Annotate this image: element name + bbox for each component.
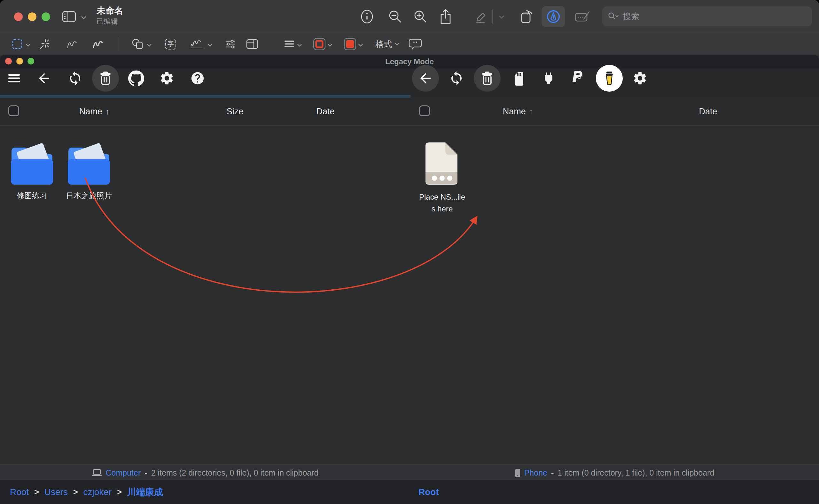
markup-pencil-button[interactable]: [473, 9, 487, 24]
plug-button[interactable]: [541, 71, 556, 86]
column-label: Name: [503, 107, 526, 117]
settings-button-left[interactable]: [159, 71, 174, 86]
breadcrumb-item-current[interactable]: Root: [418, 487, 439, 497]
draw-tool-button[interactable]: [92, 39, 103, 50]
breadcrumb-item[interactable]: Users: [44, 487, 68, 497]
chevron-down-icon: [395, 42, 400, 46]
column-header-name-right[interactable]: Name ↑: [503, 107, 533, 117]
column-header-size-left[interactable]: Size: [227, 107, 244, 117]
sd-card-icon: [510, 71, 525, 86]
minimize-button[interactable]: [28, 12, 36, 21]
document-title: 未命名: [96, 6, 123, 16]
status-left: Computer - 2 items (2 directories, 0 fil…: [0, 465, 410, 481]
breadcrumb-item[interactable]: Root: [10, 487, 29, 497]
breadcrumb-item-current[interactable]: 川端康成: [127, 486, 163, 498]
github-icon: [128, 70, 144, 86]
paypal-donate-button[interactable]: [572, 70, 586, 86]
signature-tool-button[interactable]: [190, 38, 203, 50]
sort-ascending-icon: ↑: [105, 107, 110, 116]
column-label: Date: [699, 107, 717, 117]
folder-item[interactable]: 日本之旅照片: [61, 142, 117, 202]
line-weight-chevron[interactable]: [297, 44, 302, 47]
info-button[interactable]: [360, 9, 374, 24]
adjust-tool-button[interactable]: [225, 38, 237, 50]
rotate-button[interactable]: [519, 9, 534, 25]
folder-name: 日本之旅照片: [61, 190, 117, 202]
column-header-date-right[interactable]: Date: [699, 107, 717, 117]
sketch-tool-button[interactable]: [66, 39, 78, 50]
selection-tool-button[interactable]: [12, 39, 23, 50]
fm-window-title: Legacy Mode: [0, 57, 819, 66]
back-button-left[interactable]: [36, 71, 52, 86]
column-label: Size: [227, 107, 244, 117]
fill-color-button[interactable]: [343, 37, 357, 51]
fill-color-chevron[interactable]: [358, 44, 363, 47]
annotation-comment-button[interactable]: [409, 38, 422, 50]
share-button[interactable]: [439, 9, 452, 25]
info-icon: [360, 9, 374, 24]
status-separator: -: [144, 468, 147, 477]
smart-lasso-button[interactable]: [38, 38, 50, 50]
menu-button[interactable]: [8, 73, 20, 83]
zoom-in-button[interactable]: [413, 10, 427, 24]
back-arrow-icon: [36, 71, 52, 86]
line-weight-button[interactable]: [284, 39, 295, 49]
sidebar-menu-chevron[interactable]: [81, 16, 86, 20]
file-item[interactable]: Place NS...ile s here: [414, 141, 470, 215]
refresh-button-left[interactable]: [67, 71, 83, 86]
markup-toolbar-toggle-button[interactable]: [541, 6, 565, 27]
trash-button-right[interactable]: [480, 71, 494, 86]
select-all-checkbox-left[interactable]: [8, 105, 19, 116]
chevron-down-icon: [358, 44, 363, 47]
selection-tool-chevron[interactable]: [26, 44, 31, 47]
layout-panel-icon: [246, 38, 259, 50]
fullscreen-button[interactable]: [42, 12, 50, 21]
device-link-phone[interactable]: Phone: [524, 468, 547, 477]
trash-icon: [98, 71, 113, 86]
paypal-icon: [572, 70, 586, 86]
folder-name: 修图练习: [4, 190, 60, 202]
breadcrumb-item[interactable]: czjoker: [83, 487, 112, 497]
status-separator: -: [551, 468, 554, 477]
sd-card-button[interactable]: [510, 71, 525, 86]
text-tool-button[interactable]: 字: [164, 38, 177, 50]
zoom-out-button[interactable]: [388, 10, 402, 24]
border-color-button[interactable]: [313, 37, 326, 51]
select-all-checkbox-right[interactable]: [419, 105, 430, 116]
back-button-right[interactable]: [418, 71, 433, 86]
signature-icon: [190, 38, 203, 50]
toolbar-divider: [118, 37, 118, 51]
fill-sign-button[interactable]: [574, 10, 591, 24]
file-manager-window: Legacy Mode: [0, 55, 819, 504]
search-input[interactable]: [622, 11, 806, 22]
column-header-name-left[interactable]: Name ↑: [79, 107, 110, 117]
pencil-options-chevron[interactable]: [499, 16, 504, 19]
share-icon: [439, 9, 452, 25]
format-menu-button[interactable]: 格式: [376, 39, 400, 50]
coffee-cup-icon: [602, 70, 617, 86]
github-button[interactable]: [128, 70, 144, 86]
chevron-down-icon: [499, 16, 504, 19]
file-icon: [424, 141, 460, 188]
help-button[interactable]: [190, 71, 205, 86]
sidebar-toggle-button[interactable]: [62, 11, 76, 23]
shapes-tool-button[interactable]: [131, 38, 144, 50]
border-color-chevron[interactable]: [328, 44, 333, 47]
adjust-sliders-icon: [225, 38, 237, 50]
shapes-tool-chevron[interactable]: [147, 44, 152, 47]
buy-coffee-button[interactable]: [602, 70, 617, 86]
page-layout-button[interactable]: [246, 38, 259, 50]
refresh-button-right[interactable]: [449, 71, 464, 86]
trash-button-left[interactable]: [98, 71, 113, 86]
settings-button-right[interactable]: [632, 71, 648, 86]
device-link-computer[interactable]: Computer: [106, 468, 141, 477]
file-list-area: 修图练习 日本之旅照片 Place NS...ile: [0, 126, 819, 464]
search-field[interactable]: [602, 6, 812, 26]
refresh-icon: [67, 71, 83, 86]
close-button[interactable]: [14, 12, 23, 21]
column-header-date-left[interactable]: Date: [316, 107, 334, 117]
signature-tool-chevron[interactable]: [208, 44, 213, 47]
folder-item[interactable]: 修图练习: [4, 142, 60, 202]
quote-bubble-icon: [409, 38, 422, 50]
folder-icon: [66, 142, 112, 187]
